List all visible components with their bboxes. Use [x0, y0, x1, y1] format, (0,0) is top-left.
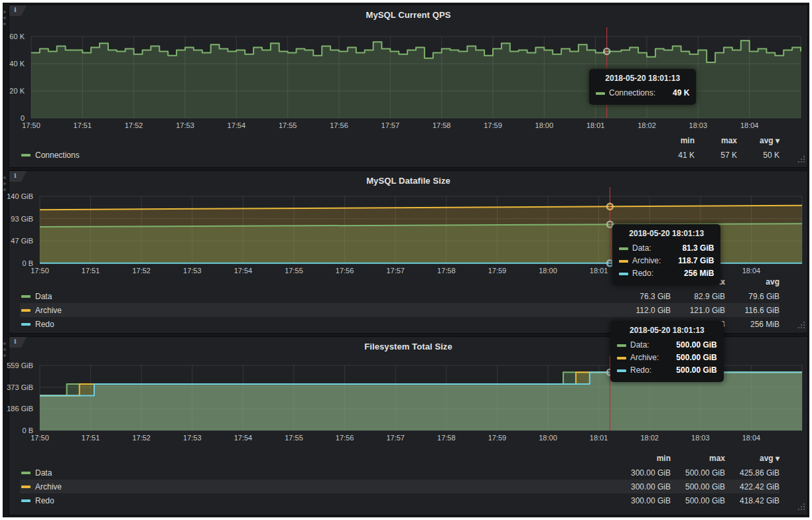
legend-row: Data76.3 GiB82.9 GiB79.6 GiB — [20, 289, 779, 303]
row-drag-handle[interactable] — [3, 342, 6, 362]
legend-series-toggle[interactable]: Redo — [21, 496, 54, 505]
x-tick-label: 17:51 — [82, 267, 100, 275]
legend-row: Redo300.00 GiB500.00 GiB418.42 GiB — [20, 493, 779, 507]
x-tick-label: 18:00 — [539, 267, 557, 275]
x-tick-label: 17:59 — [488, 267, 507, 275]
legend-series-toggle[interactable]: Archive — [21, 482, 62, 491]
x-tick-label: 17:52 — [132, 267, 151, 275]
series-color-dash-icon — [619, 273, 628, 275]
x-tick-label: 18:01 — [586, 121, 605, 129]
series-color-dash-icon — [617, 357, 626, 359]
x-tick-label: 17:51 — [82, 434, 100, 442]
legend-sort-header[interactable]: avg — [725, 277, 779, 287]
x-tick-label: 18:01 — [590, 434, 608, 442]
panel-title[interactable]: MySQL Datafile Size — [9, 176, 807, 186]
x-tick-label: 17:50 — [31, 434, 49, 442]
legend-sort-header[interactable]: avg ▾ — [725, 454, 779, 463]
legend-sort-header[interactable]: max — [695, 136, 737, 145]
legend-min-value: 300.00 GiB — [616, 468, 671, 478]
x-tick-label: 17:56 — [336, 267, 354, 275]
panel-title[interactable]: MySQL Current QPS — [9, 10, 807, 20]
y-tick-label: 140 GiB — [6, 192, 33, 200]
legend-max-value: 500.00 GiB — [671, 482, 725, 491]
x-axis-labels: 17:5017:5117:5217:5317:5417:5517:5617:57… — [31, 121, 801, 131]
tooltip-series-row: Redo:500.00 GiB — [617, 364, 717, 377]
x-tick-label: 17:57 — [381, 121, 400, 129]
x-tick-label: 17:58 — [437, 434, 456, 442]
legend-sort-header[interactable]: avg ▾ — [737, 136, 779, 145]
tooltip-series-value: 256 MiB — [684, 267, 714, 280]
row-drag-handle[interactable] — [3, 11, 6, 31]
legend-sort-header[interactable]: min — [616, 454, 671, 463]
tooltip-series-name: Redo: — [630, 364, 651, 377]
x-tick-label: 17:54 — [234, 267, 253, 275]
legend-min-value: 300.00 GiB — [616, 482, 671, 491]
legend-avg-value: 116.6 GiB — [725, 306, 779, 315]
series-color-dash-icon — [21, 309, 31, 312]
tooltip-series-row: Archive:118.7 GiB — [619, 255, 714, 267]
x-tick-label: 17:53 — [183, 267, 202, 275]
series-color-dash-icon — [21, 472, 31, 474]
x-tick-label: 17:59 — [488, 434, 507, 442]
legend-row: Archive300.00 GiB500.00 GiB422.42 GiB — [20, 480, 779, 493]
tooltip-series-row: Data:81.3 GiB — [619, 242, 714, 255]
resize-handle-icon[interactable] — [797, 154, 805, 166]
legend: minmaxavg ▾Data300.00 GiB500.00 GiB425.8… — [20, 454, 779, 507]
x-tick-label: 18:00 — [539, 434, 557, 442]
legend-series-toggle[interactable]: Archive — [21, 306, 62, 315]
tooltip-series-row: Data:500.00 GiB — [617, 339, 717, 352]
legend-sort-header[interactable]: max — [671, 454, 725, 463]
legend-max-value: 500.00 GiB — [671, 496, 725, 505]
series-color-dash-icon — [21, 154, 31, 157]
legend-max-value: 82.9 GiB — [671, 292, 725, 301]
tooltip-series-row: Connections:49 K — [596, 87, 689, 99]
legend-avg-value: 422.42 GiB — [725, 482, 779, 491]
series-color-dash-icon — [617, 344, 626, 347]
legend-max-value: 57 K — [695, 151, 737, 160]
legend-min-value: 76.3 GiB — [616, 292, 671, 301]
tooltip-series-value: 500.00 GiB — [676, 339, 716, 352]
tooltip-timestamp: 2018-05-20 18:01:13 — [619, 229, 714, 242]
x-tick-label: 17:55 — [279, 121, 297, 129]
x-tick-label: 18:03 — [689, 121, 708, 129]
x-tick-label: 17:53 — [183, 434, 202, 442]
series-color-dash-icon — [619, 260, 628, 263]
x-tick-label: 18:04 — [740, 121, 759, 129]
x-tick-label: 17:59 — [484, 121, 502, 129]
legend-row: Data300.00 GiB500.00 GiB425.86 GiB — [20, 466, 779, 480]
tooltip-series-row: Redo:256 MiB — [619, 267, 714, 280]
tooltip-series-name: Data: — [632, 242, 651, 255]
y-tick-label: 60 K — [6, 32, 25, 40]
x-tick-label: 17:55 — [285, 434, 303, 442]
series-color-dash-icon — [617, 369, 626, 372]
x-tick-label: 17:52 — [125, 121, 143, 129]
tooltip-series-name: Data: — [630, 339, 649, 352]
series-color-dash-icon — [21, 486, 31, 488]
legend-series-toggle[interactable]: Data — [21, 468, 52, 478]
x-tick-label: 17:53 — [176, 121, 194, 129]
graph-tooltip: 2018-05-20 18:01:13 Data:81.3 GiBArchive… — [612, 224, 720, 285]
legend-max-value: 500.00 GiB — [671, 468, 725, 478]
x-tick-label: 17:50 — [22, 121, 40, 129]
x-tick-label: 17:52 — [132, 434, 151, 442]
legend-row: Archive112.0 GiB121.0 GiB116.6 GiB — [20, 303, 779, 317]
legend-avg-value: 79.6 GiB — [725, 292, 779, 301]
x-tick-label: 17:56 — [336, 434, 354, 442]
legend-series-toggle[interactable]: Data — [21, 292, 52, 301]
resize-handle-icon[interactable] — [797, 320, 805, 332]
legend-header-row: minmaxavg ▾ — [20, 136, 779, 148]
graph-tooltip: 2018-05-20 18:01:13 Data:500.00 GiBArchi… — [610, 321, 724, 382]
legend-avg-value: 50 K — [737, 151, 779, 160]
series-color-dash-icon — [619, 247, 628, 250]
resize-handle-icon[interactable] — [797, 501, 805, 513]
y-tick-label: 186 GiB — [6, 405, 33, 413]
tooltip-rows: Connections:49 K — [596, 87, 689, 99]
x-tick-label: 18:02 — [638, 121, 656, 129]
x-tick-label: 18:04 — [742, 267, 761, 275]
legend-series-toggle[interactable]: Connections — [21, 151, 80, 160]
tooltip-series-value: 500.00 GiB — [676, 352, 716, 364]
y-tick-label: 93 GiB — [6, 215, 33, 223]
series-color-dash-icon — [21, 323, 31, 326]
legend-sort-header[interactable]: min — [652, 136, 695, 145]
legend-series-toggle[interactable]: Redo — [21, 320, 54, 329]
